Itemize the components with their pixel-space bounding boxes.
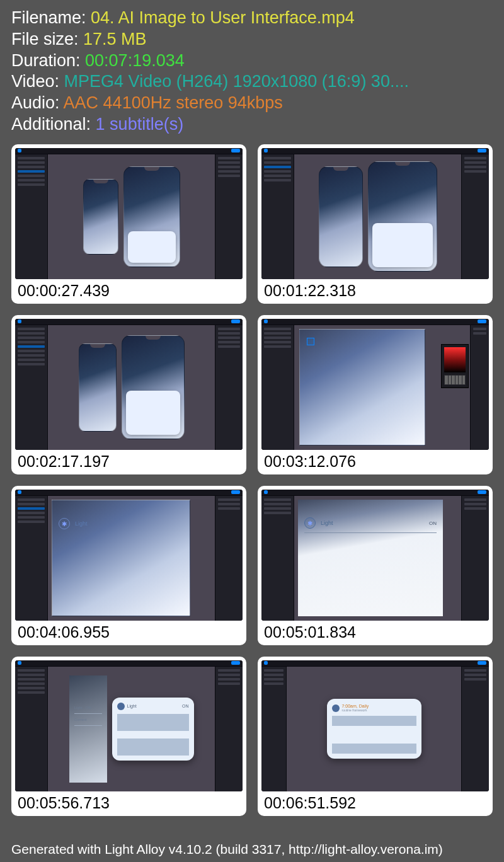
duration-value: 00:07:19.034 — [85, 51, 185, 70]
filename-label: Filename: — [11, 8, 91, 27]
timestamp: 00:03:12.076 — [258, 450, 493, 474]
timestamp: 00:06:51.592 — [258, 791, 493, 816]
additional-value: 1 subtitle(s) — [96, 115, 184, 134]
thumbnail-image: ✱ Light ON — [261, 490, 489, 621]
thumbnail-card: 00:01:22.318 — [258, 144, 493, 304]
thumbnail-image: ✱ Light — [15, 490, 243, 621]
duration-label: Duration: — [11, 51, 85, 70]
audio-line: Audio: AAC 44100Hz stereo 94kbps — [11, 93, 493, 114]
filename-value: 04. AI Image to User Interface.mp4 — [91, 8, 355, 27]
filename-line: Filename: 04. AI Image to User Interface… — [11, 8, 493, 29]
thumbnail-image — [261, 148, 489, 279]
thumbnail-card: 7:00am, Dailyroutine framework 00:06:51.… — [258, 657, 493, 816]
timestamp: 00:04:06.955 — [11, 621, 246, 645]
thumbnail-card: 00:00:27.439 — [11, 144, 246, 304]
duration-line: Duration: 00:07:19.034 — [11, 50, 493, 72]
thumbnail-card: 00:03:12.076 — [258, 315, 493, 474]
timestamp: 00:01:22.318 — [258, 279, 493, 304]
thumbnail-image: Light ON Current LightON — [15, 660, 243, 791]
filesize-value: 17.5 MB — [83, 30, 147, 49]
filesize-label: File size: — [11, 30, 83, 49]
metadata-block: Filename: 04. AI Image to User Interface… — [0, 0, 504, 141]
thumbnail-image: 7:00am, Dailyroutine framework — [261, 660, 489, 791]
timestamp: 00:05:01.834 — [258, 621, 493, 645]
video-value: MPEG4 Video (H264) 1920x1080 (16:9) 30..… — [64, 72, 409, 91]
filesize-line: File size: 17.5 MB — [11, 29, 493, 50]
thumbnail-image — [15, 148, 243, 279]
thumbnail-image — [15, 319, 243, 450]
additional-label: Additional: — [11, 115, 96, 134]
video-label: Video: — [11, 72, 64, 91]
timestamp: 00:02:17.197 — [11, 450, 246, 474]
footer-text: Generated with Light Alloy v4.10.2 (buil… — [11, 842, 443, 857]
thumbnail-grid: 00:00:27.439 00:01:22.318 — [0, 141, 504, 816]
timestamp: 00:00:27.439 — [11, 279, 246, 304]
thumbnail-image — [261, 319, 489, 450]
additional-line: Additional: 1 subtitle(s) — [11, 114, 493, 135]
video-line: Video: MPEG4 Video (H264) 1920x1080 (16:… — [11, 71, 493, 93]
thumbnail-card: 00:02:17.197 — [11, 315, 246, 474]
audio-value: AAC 44100Hz stereo 94kbps — [64, 93, 283, 112]
thumbnail-card: ✱ Light 00:04:06.955 — [11, 486, 246, 645]
thumbnail-card: Light ON Current LightON — [11, 657, 246, 816]
timestamp: 00:05:56.713 — [11, 791, 246, 816]
audio-label: Audio: — [11, 93, 64, 112]
thumbnail-card: ✱ Light ON 00:05:01.834 — [258, 486, 493, 645]
